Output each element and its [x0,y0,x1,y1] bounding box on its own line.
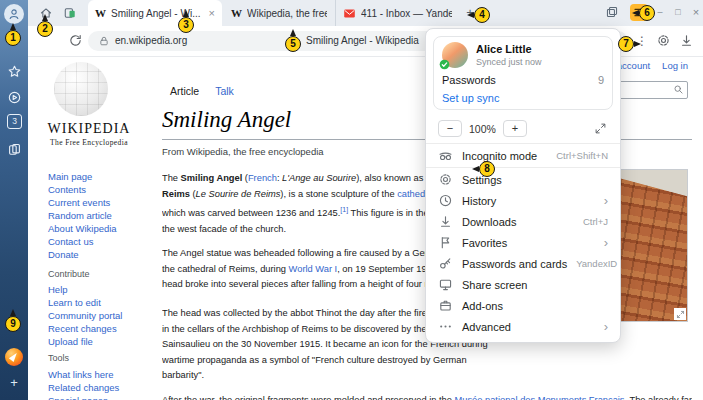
panels-icon [7,142,22,157]
sync-check-icon [439,59,450,70]
yandex-browser-logo[interactable] [5,348,23,366]
nav-contact-us[interactable]: Contact us [48,236,93,247]
user-row[interactable]: Alice Little Synced just now [442,42,604,68]
close-tab-icon[interactable]: × [209,7,215,19]
user-avatar [442,42,468,68]
passwords-row[interactable]: Passwords 9 [442,74,604,86]
menu-divider [426,143,620,144]
nav-main-page[interactable]: Main page [48,171,92,182]
page-title: Smiling Angel - Wikipedia [306,34,419,48]
setup-sync-link[interactable]: Set up sync [442,92,604,104]
extensions-button[interactable] [656,33,671,48]
annotation-6: 6 [639,5,655,21]
menu-item-favorites[interactable]: Favorites › [426,232,620,253]
incognito-icon [438,148,453,163]
tab-title: Smiling Angel - Wi... [111,8,204,19]
bookmarks-button[interactable] [5,62,23,80]
menu-item-advanced[interactable]: Advanced › [426,316,620,337]
browser-window: 3 + W Smiling Angel - Wi... × W Wikipedi… [0,0,703,400]
tab-yandex-mail[interactable]: 411 - Inbox — Yandex Mail [335,0,459,26]
chevron-right-icon: › [604,322,608,332]
wikipedia-globe-logo[interactable] [54,62,108,116]
contribute-header: Contribute [48,269,90,279]
zoom-controls: − 100% + [426,117,620,142]
zoom-out-button[interactable]: − [438,120,462,137]
minimize-button[interactable]: – [653,4,667,20]
menu-item-downloads[interactable]: Downloads Ctrl+J [426,211,620,232]
wikipedia-favicon: W [231,7,242,19]
annotation-2: 2 [37,21,53,37]
annotation-8: 8 [479,161,495,177]
copy-icon [605,5,623,19]
tab-bar: W Smiling Angel - Wi... × W Wikipedia, t… [28,0,703,26]
nav-contents[interactable]: Contents [48,184,86,195]
nav-upload-file[interactable]: Upload file [48,336,93,347]
zoom-in-button[interactable]: + [503,120,527,137]
star-icon [7,64,22,79]
refresh-button[interactable] [68,33,84,49]
nav-current-events[interactable]: Current events [48,197,110,208]
menu-item-incognito[interactable]: Incognito mode Ctrl+Shift+N [426,145,620,166]
tab-groups-button[interactable] [60,4,80,22]
person-icon [7,7,21,21]
tab-talk[interactable]: Talk [215,85,234,97]
user-name: Alice Little [476,43,542,56]
play-icon [7,90,22,105]
shared-tabs-button[interactable] [605,5,623,21]
ellipsis-icon [438,319,453,334]
counter-badge[interactable]: 3 [7,114,22,129]
zoom-level: 100% [469,123,496,135]
nav-random-article[interactable]: Random article [48,210,112,221]
media-button[interactable] [5,88,23,106]
shortcut-label: Ctrl+J [583,216,608,227]
nav-community-portal[interactable]: Community portal [48,310,122,321]
nav-related-changes[interactable]: Related changes [48,382,119,393]
tab-article[interactable]: Article [170,85,199,97]
menu-item-history[interactable]: History › [426,190,620,211]
downloads-toolbar-button[interactable] [679,33,694,48]
wikipedia-favicon: W [95,7,106,19]
annotation-5: 5 [285,36,301,52]
wikipedia-wordmark: WIKIPEDIA [28,121,150,137]
nav-about-wikipedia[interactable]: About Wikipedia [48,223,117,234]
fullscreen-button[interactable] [594,122,608,136]
clock-icon [438,193,453,208]
maximize-button[interactable]: □ [671,4,685,20]
nav-special-pages[interactable]: Special pages [48,395,108,400]
wikipedia-tagline: The Free Encyclopedia [28,138,150,147]
nav-recent-changes[interactable]: Recent changes [48,323,117,334]
mail-envelope-icon [343,7,356,20]
gear-icon [656,33,671,48]
login-link[interactable]: Log in [662,60,688,71]
tabs-panel-button[interactable] [5,140,23,158]
nav-help[interactable]: Help [48,284,68,295]
key-icon [438,256,453,271]
menu-divider [426,167,620,168]
nav-donate[interactable]: Donate [48,249,79,260]
chevron-right-icon: › [604,238,608,248]
sync-card: Alice Little Synced just now Passwords 9… [433,36,613,110]
nav-learn-to-edit[interactable]: Learn to edit [48,297,101,308]
passwords-count: 9 [598,74,604,86]
paragraph: After the war, the original fragments we… [162,393,692,400]
download-icon [679,33,694,48]
annotation-4: 4 [474,7,490,23]
tab-smiling-angel[interactable]: W Smiling Angel - Wi... × [88,0,222,26]
profile-avatar[interactable] [4,4,24,24]
annotation-1: 1 [5,30,21,46]
add-panel-button[interactable]: + [5,374,23,392]
expand-icon [594,122,608,135]
menu-item-passwords-cards[interactable]: Passwords and cards YandexID [426,253,620,274]
yandex-side-panel: 3 + [0,0,28,400]
menu-item-addons[interactable]: Add-ons [426,295,620,316]
sync-status: Synced just now [476,57,542,67]
addons-box-icon [438,298,453,313]
close-window-button[interactable]: × [689,4,703,20]
download-icon [438,214,453,229]
nav-what-links-here[interactable]: What links here [48,369,113,380]
yandex-id-badge: YandexID [576,258,617,269]
menu-item-settings[interactable]: Settings [426,169,620,190]
tab-wikipedia-home[interactable]: W Wikipedia, the free encyclo... [224,0,334,26]
menu-item-share-screen[interactable]: Share screen [426,274,620,295]
passwords-label: Passwords [442,74,496,86]
